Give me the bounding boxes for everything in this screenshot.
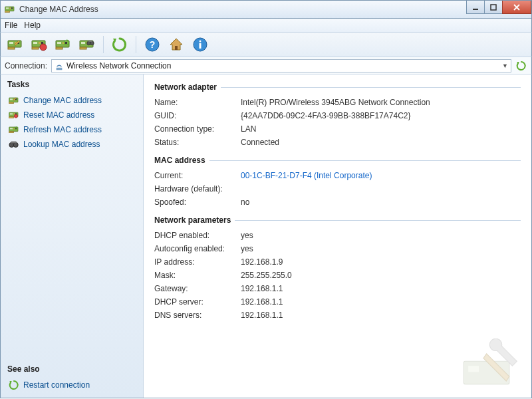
ip-value: 192.168.1.9 — [241, 257, 283, 267]
name-label: Name: — [154, 98, 241, 107]
conntype-label: Connection type: — [154, 124, 241, 134]
connection-dropdown[interactable]: Wireless Network Connection ▼ — [51, 59, 511, 72]
status-value: Connected — [241, 138, 279, 147]
dhcpsrv-label: DHCP server: — [154, 297, 241, 307]
task-label: Lookup MAC address — [23, 140, 100, 149]
section-network-adapter: Network adapter Name:Intel(R) PRO/Wirele… — [154, 82, 521, 149]
section-title: MAC address — [154, 156, 205, 165]
toolbar-change-mac-button[interactable] — [5, 35, 26, 55]
binoculars-icon — [9, 139, 19, 150]
dhcpsrv-value: 192.168.1.1 — [241, 297, 283, 307]
see-also-header: See also — [7, 364, 136, 374]
mask-label: Mask: — [154, 271, 241, 280]
toolbar-separator — [136, 36, 136, 53]
section-title: Network parameters — [154, 215, 231, 225]
window-controls — [467, 1, 531, 14]
guid-label: GUID: — [154, 111, 241, 120]
task-label: Refresh MAC address — [23, 125, 102, 134]
svg-rect-19 — [57, 67, 63, 70]
window-title: Change MAC Address — [19, 5, 98, 14]
toolbar-about-button[interactable] — [190, 35, 211, 55]
task-change-mac[interactable]: Change MAC address — [7, 93, 136, 108]
hwdefault-label: Hardware (default): — [154, 184, 241, 194]
current-mac-value[interactable]: 00-1C-BF-21-D7-F4 (Intel Corporate) — [241, 171, 372, 180]
task-restart-connection[interactable]: Restart connection — [7, 378, 136, 392]
content-panel: Network adapter Name:Intel(R) PRO/Wirele… — [144, 74, 531, 398]
main-area: Tasks Change MAC address Reset MAC addre… — [0, 74, 532, 398]
section-network-parameters: Network parameters DHCP enabled:yes Auto… — [154, 215, 521, 322]
close-button[interactable] — [502, 1, 531, 14]
task-label: Change MAC address — [23, 96, 102, 105]
app-icon — [5, 4, 15, 15]
task-refresh-mac[interactable]: Refresh MAC address — [7, 122, 136, 137]
wireless-icon — [55, 61, 64, 70]
task-reset-mac[interactable]: Reset MAC address — [7, 108, 136, 122]
current-label: Current: — [154, 171, 241, 180]
ip-label: IP address: — [154, 257, 241, 267]
toolbar-lookup-mac-button[interactable] — [76, 35, 98, 55]
section-mac-address: MAC address Current:00-1C-BF-21-D7-F4 (I… — [154, 156, 521, 209]
name-value: Intel(R) PRO/Wireless 3945ABG Network Co… — [241, 98, 430, 107]
mask-value: 255.255.255.0 — [241, 271, 292, 280]
spoofed-value: no — [241, 198, 249, 207]
menu-file[interactable]: File — [5, 21, 17, 30]
toolbar-refresh-button[interactable] — [109, 35, 130, 55]
guid-value: {42AA7DD6-09C2-4FA3-99BB-388BF17A74C2} — [241, 111, 411, 120]
menu-bar: File Help — [0, 19, 532, 32]
section-title: Network adapter — [154, 82, 217, 92]
dns-label: DNS servers: — [154, 311, 241, 320]
toolbar — [0, 32, 532, 57]
tasks-header: Tasks — [7, 80, 136, 89]
toolbar-refresh-mac-button[interactable] — [53, 35, 74, 55]
connection-refresh-button[interactable] — [515, 60, 527, 72]
status-label: Status: — [154, 138, 241, 147]
auto-label: Autoconfig enabled: — [154, 244, 241, 253]
task-label: Restart connection — [23, 380, 90, 390]
gw-value: 192.168.1.1 — [241, 284, 283, 293]
spoofed-label: Spoofed: — [154, 198, 241, 207]
dropdown-arrow-icon: ▼ — [502, 63, 508, 69]
refresh-icon — [9, 380, 19, 390]
svg-rect-18 — [491, 5, 496, 10]
gw-label: Gateway: — [154, 284, 241, 293]
toolbar-separator — [103, 36, 104, 53]
nic-pencil-icon — [9, 95, 19, 106]
watermark-icon — [461, 338, 527, 394]
dhcp-value: yes — [241, 231, 253, 240]
conntype-value: LAN — [241, 124, 256, 134]
toolbar-help-button[interactable] — [142, 35, 163, 55]
title-bar: Change MAC Address — [0, 0, 532, 19]
svg-rect-17 — [473, 9, 478, 10]
sidebar: Tasks Change MAC address Reset MAC addre… — [1, 74, 144, 398]
nic-reset-icon — [9, 110, 19, 120]
dns-value: 192.168.1.1 — [241, 311, 283, 320]
connection-selected-text: Wireless Network Connection — [66, 61, 502, 70]
connection-row: Connection: Wireless Network Connection … — [0, 57, 532, 74]
dhcp-label: DHCP enabled: — [154, 231, 241, 240]
maximize-button[interactable] — [484, 1, 503, 14]
connection-label: Connection: — [5, 61, 47, 70]
toolbar-reset-mac-button[interactable] — [29, 35, 50, 55]
toolbar-home-button[interactable] — [166, 35, 187, 55]
menu-help[interactable]: Help — [24, 21, 41, 30]
task-label: Reset MAC address — [23, 110, 94, 120]
task-lookup-mac[interactable]: Lookup MAC address — [7, 137, 136, 152]
nic-refresh-icon — [9, 124, 19, 135]
minimize-button[interactable] — [466, 1, 485, 14]
auto-value: yes — [241, 244, 253, 253]
